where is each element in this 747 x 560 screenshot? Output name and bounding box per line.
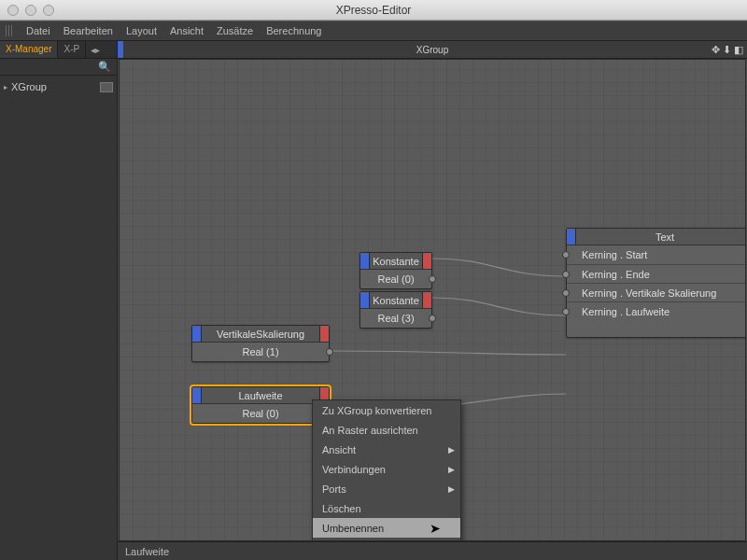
chevron-right-icon: ▶: [448, 484, 455, 494]
tree-item-xgroup[interactable]: ▸ XGroup: [4, 81, 113, 92]
menu-bearbeiten[interactable]: Bearbeiten: [63, 25, 113, 36]
node-value: Real (3): [360, 313, 431, 324]
node-title: Konstante: [360, 295, 431, 306]
ctx-connections[interactable]: Verbindungen▶: [313, 459, 460, 479]
tab-x-manager[interactable]: X-Manager: [0, 41, 58, 58]
port-out[interactable]: [429, 315, 436, 322]
menu-layout[interactable]: Layout: [126, 25, 157, 36]
statusbar: Laufweite: [118, 541, 747, 560]
menu-ansicht[interactable]: Ansicht: [170, 25, 204, 36]
tab-scroll-icon[interactable]: ◂▸: [86, 41, 105, 58]
close-panel-icon[interactable]: ◧: [734, 44, 743, 56]
tab-x-pool[interactable]: X-P: [58, 41, 86, 58]
chevron-right-icon: ▶: [448, 445, 455, 455]
node-title: Laufweite: [192, 390, 329, 401]
ctx-ports[interactable]: Ports▶: [313, 479, 460, 498]
node-value: Real (1): [192, 346, 329, 357]
chevron-right-icon: ▶: [448, 465, 455, 474]
ctx-view[interactable]: Ansicht▶: [313, 440, 460, 459]
node-konstante-3[interactable]: Konstante Real (3): [359, 291, 432, 329]
port-in[interactable]: [562, 289, 570, 297]
tree-item-badge-icon: [100, 82, 113, 92]
port-out[interactable]: [429, 275, 436, 283]
port-out[interactable]: [326, 348, 333, 356]
node-value: Real (0): [360, 273, 431, 285]
menu-zusaetze[interactable]: Zusätze: [217, 25, 253, 36]
ctx-delete[interactable]: Löschen: [313, 498, 460, 518]
canvas-header: XGroup ✥ ⬇ ◧: [118, 41, 747, 59]
context-menu: Zu XGroup konvertieren An Raster ausrich…: [312, 399, 461, 541]
port-label: Kerning . Vertikale Skalierung: [567, 287, 746, 299]
port-in[interactable]: [562, 271, 570, 278]
sidebar: X-Manager X-P ◂▸ 🔍 ▸ XGroup: [0, 41, 118, 560]
disclosure-icon[interactable]: ▸: [4, 83, 7, 91]
window-title: XPresso-Editor: [0, 4, 747, 17]
grip-icon[interactable]: [6, 25, 13, 36]
node-title: Konstante: [360, 256, 431, 267]
node-title: Text: [567, 231, 746, 243]
search-icon[interactable]: 🔍: [98, 61, 111, 73]
node-title: VertikaleSkalierung: [192, 329, 329, 340]
port-label: Kerning . Laufweite: [567, 306, 746, 317]
port-label: Kerning . Start: [567, 249, 746, 260]
node-laufweite[interactable]: Laufweite Real (0): [191, 386, 330, 424]
node-text[interactable]: Text Kerning . Start Kerning . Ende Kern…: [566, 228, 746, 338]
ctx-align-grid[interactable]: An Raster ausrichten: [313, 420, 460, 440]
node-value: Real (0): [192, 408, 329, 419]
port-in[interactable]: [562, 251, 570, 259]
ctx-rename[interactable]: Umbenennen: [313, 518, 460, 538]
menubar: Datei Bearbeiten Layout Ansicht Zusätze …: [0, 21, 747, 41]
menu-berechnung[interactable]: Berechnung: [266, 25, 321, 36]
expand-icon[interactable]: ✥: [712, 44, 720, 56]
window-titlebar: XPresso-Editor: [0, 0, 747, 21]
status-text: Laufweite: [125, 546, 169, 557]
node-canvas[interactable]: Text Kerning . Start Kerning . Ende Kern…: [119, 59, 746, 541]
node-konstante-0[interactable]: Konstante Real (0): [359, 252, 432, 289]
port-in[interactable]: [562, 308, 570, 315]
canvas-title: XGroup: [118, 45, 747, 55]
node-vertikale-skalierung[interactable]: VertikaleSkalierung Real (1): [191, 325, 330, 362]
menu-datei[interactable]: Datei: [26, 25, 50, 36]
port-label: Kerning . Ende: [567, 269, 746, 280]
tree-item-label: XGroup: [11, 81, 47, 92]
collapse-icon[interactable]: ⬇: [723, 44, 731, 56]
ctx-convert-xgroup[interactable]: Zu XGroup konvertieren: [313, 400, 460, 420]
